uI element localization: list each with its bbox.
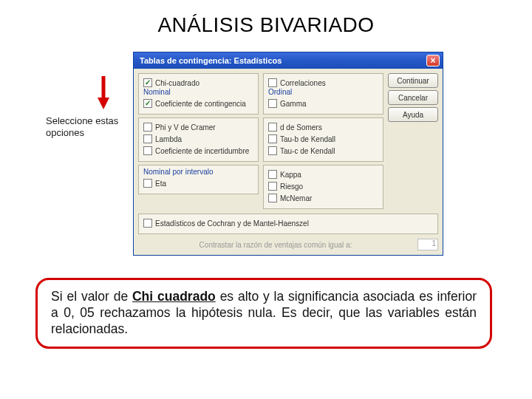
group-title-nominal: Nominal <box>143 88 253 96</box>
group-right-bottom: d de Somers Tau-b de Kendall Tau-c de Ke… <box>263 117 383 162</box>
option-label: Coeficiente de contingencia <box>155 100 246 108</box>
help-button[interactable]: Ayuda <box>388 107 438 122</box>
contrast-label: Contrastar la razón de ventajas común ig… <box>138 241 413 249</box>
option-label: Tau-b de Kendall <box>280 135 335 143</box>
note-chi: Chi cuadrado <box>132 289 216 304</box>
close-icon[interactable]: × <box>426 55 440 66</box>
option-label: Chi-cuadrado <box>155 79 200 87</box>
option-label: Estadísticos de Cochran y de Mantel-Haen… <box>155 219 309 228</box>
checkbox-icon <box>143 134 152 143</box>
group-right-top: Correlaciones Ordinal Gamma <box>263 73 383 115</box>
checkbox-icon <box>143 146 152 155</box>
note-box: Si el valor de Chi cuadrado es alto y la… <box>35 278 492 349</box>
group-left-top: ✓ Chi-cuadrado Nominal ✓ Coeficiente de … <box>138 73 259 115</box>
option-eta[interactable]: Eta <box>143 177 253 189</box>
option-tau-c-kendall[interactable]: Tau-c de Kendall <box>268 145 378 157</box>
checkbox-icon <box>268 99 277 108</box>
option-label: Eta <box>155 180 166 188</box>
arrow-icon <box>96 72 133 117</box>
option-label: McNemar <box>280 194 312 202</box>
option-label: Phi y V de Cramer <box>155 123 216 132</box>
option-label: Riesgo <box>280 183 303 191</box>
cancel-button[interactable]: Cancelar <box>388 90 438 105</box>
checkbox-icon: ✓ <box>143 78 152 87</box>
dialog-title: Tablas de contingencia: Estadísticos <box>140 56 426 65</box>
dialog-titlebar: Tablas de contingencia: Estadísticos × <box>134 52 443 69</box>
option-label: Lambda <box>155 135 182 143</box>
option-mcnemar[interactable]: McNemar <box>268 192 378 204</box>
checkbox-icon <box>143 179 152 188</box>
option-gamma[interactable]: Gamma <box>268 98 378 109</box>
option-cochran-mantel[interactable]: Estadísticos de Cochran y de Mantel-Haen… <box>143 217 433 229</box>
note-text-pre: Si el valor de <box>51 289 132 304</box>
contrast-row: Contrastar la razón de ventajas común ig… <box>138 239 438 250</box>
group-title-nominal-interval: Nominal por intervalo <box>143 168 253 176</box>
contrast-input[interactable]: 1 <box>417 239 438 250</box>
group-cochran: Estadísticos de Cochran y de Mantel-Haen… <box>138 214 438 234</box>
option-label: Coeficiente de incertidumbre <box>155 147 249 155</box>
group-title-ordinal: Ordinal <box>268 88 378 96</box>
checkbox-icon <box>143 123 152 132</box>
option-lambda[interactable]: Lambda <box>143 133 253 145</box>
option-tau-b-kendall[interactable]: Tau-b de Kendall <box>268 133 378 145</box>
checkbox-icon <box>268 134 277 143</box>
option-phi-v-cramer[interactable]: Phi y V de Cramer <box>143 121 253 133</box>
option-riesgo[interactable]: Riesgo <box>268 180 378 192</box>
option-label: Tau-c de Kendall <box>280 147 335 155</box>
checkbox-icon <box>268 182 277 191</box>
page-title: ANÁLISIS BIVARIADO <box>0 13 532 37</box>
option-label: Gamma <box>280 100 307 108</box>
dialog-buttons: Continuar Cancelar Ayuda <box>388 73 438 209</box>
checkbox-icon <box>143 219 152 228</box>
option-coef-incertidumbre[interactable]: Coeficiente de incertidumbre <box>143 145 253 157</box>
option-correlaciones[interactable]: Correlaciones <box>268 77 378 89</box>
callout-text: Seleccione estas opciones <box>46 115 127 138</box>
option-coef-contingencia[interactable]: ✓ Coeficiente de contingencia <box>143 98 253 109</box>
checkbox-icon: ✓ <box>143 99 152 108</box>
option-d-somers[interactable]: d de Somers <box>268 121 378 133</box>
option-kappa[interactable]: Kappa <box>268 168 378 180</box>
option-label: Kappa <box>280 171 301 179</box>
checkbox-icon <box>268 194 277 202</box>
option-label: d de Somers <box>280 123 322 132</box>
continue-button[interactable]: Continuar <box>388 73 438 88</box>
checkbox-icon <box>268 170 277 179</box>
checkbox-icon <box>268 123 277 132</box>
option-label: Correlaciones <box>280 79 326 87</box>
group-left-bottom: Phi y V de Cramer Lambda Coeficiente de … <box>138 117 259 162</box>
group-nominal-interval: Nominal por intervalo Eta <box>138 165 259 194</box>
option-chi-cuadrado[interactable]: ✓ Chi-cuadrado <box>143 77 253 89</box>
group-right-extras: Kappa Riesgo McNemar <box>263 165 383 209</box>
checkbox-icon <box>268 78 277 87</box>
dialog-window: Tablas de contingencia: Estadísticos × ✓… <box>133 52 443 256</box>
checkbox-icon <box>268 146 277 155</box>
